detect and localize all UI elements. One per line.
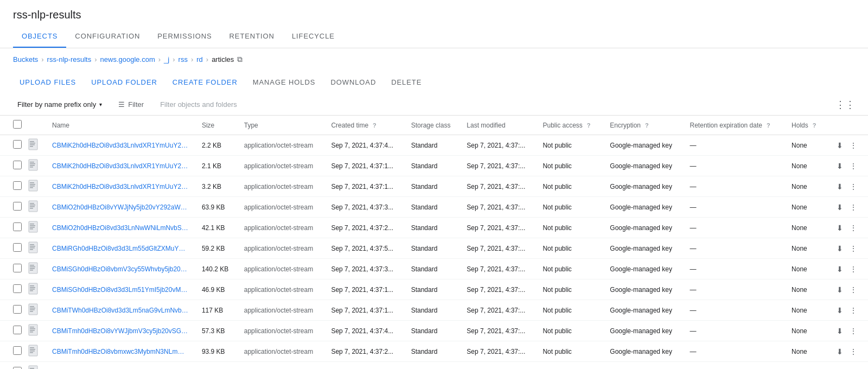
download-row-button[interactable]: ⬇ — [834, 140, 845, 151]
download-row-button[interactable]: ⬇ — [834, 305, 845, 316]
file-name[interactable]: CBMiK2h0dHBzOi8vd3d3LnlvdXR1YmUuY29tL3dh… — [46, 176, 195, 197]
row-checkbox-cell[interactable] — [0, 218, 26, 238]
file-name[interactable]: CBMiTWh0dHBzOi8vd3d3Lm5naG9vLmNvbS9lbnRl… — [46, 300, 195, 321]
more-actions-button[interactable]: ⋮ — [847, 326, 859, 336]
more-actions-button[interactable]: ⋮ — [847, 284, 859, 295]
more-actions-button[interactable]: ⋮ — [847, 346, 859, 357]
row-checkbox[interactable] — [13, 222, 22, 231]
row-checkbox-cell[interactable] — [0, 362, 26, 370]
table-row: CBMiTmh0dHBzOi8vYWJjbmV3cy5jb20vSGhbmJ0L… — [0, 321, 868, 341]
row-checkbox[interactable] — [13, 202, 22, 211]
row-checkbox[interactable] — [13, 305, 22, 314]
file-name[interactable]: CBMiK2h0dHBzOi8vd3d3LnlvdXR1YmUuY29tL3dh… — [46, 156, 195, 176]
download-row-button[interactable]: ⬇ — [834, 367, 845, 370]
file-name[interactable]: CBMiO2h0dHBzOi8vd3d3LnNwWNiLmNvbS9uZXdzL… — [46, 218, 195, 238]
row-checkbox-cell[interactable] — [0, 176, 26, 197]
select-all-header[interactable] — [0, 116, 26, 135]
file-name[interactable]: CBMiTmh0dHBzOi8vbmxwc3MybmN3NLmNvbS9NREl… — [46, 341, 195, 362]
more-actions-button[interactable]: ⋮ — [847, 222, 859, 233]
file-name[interactable]: CBMiU2h0dHBzOi8vd3d3Lm51YmI5jb20vMjAyMS8… — [46, 362, 195, 370]
more-actions-button[interactable]: ⋮ — [847, 161, 859, 171]
public-access-help-icon[interactable]: ? — [584, 121, 593, 130]
breadcrumb-rd[interactable]: rd — [196, 55, 203, 63]
download-row-button[interactable]: ⬇ — [834, 284, 845, 295]
breadcrumb-news-google[interactable]: news.google.com — [100, 55, 155, 63]
file-type-icon-cell — [26, 279, 46, 300]
row-checkbox-cell[interactable] — [0, 197, 26, 218]
row-checkbox-cell[interactable] — [0, 321, 26, 341]
more-actions-button[interactable]: ⋮ — [847, 202, 859, 213]
tab-lifecycle[interactable]: LIFECYCLE — [283, 26, 343, 48]
row-checkbox[interactable] — [13, 161, 22, 169]
encryption-value: Google-managed key — [603, 176, 683, 197]
breadcrumb-rss[interactable]: rss — [178, 55, 188, 63]
download-row-button[interactable]: ⬇ — [834, 181, 845, 192]
file-name[interactable]: CBMiK2h0dHBzOi8vd3d3LnlvdXR1YmUuY29tL3dh… — [46, 135, 195, 156]
svg-rect-24 — [30, 228, 33, 230]
file-name[interactable]: CBMiTmh0dHBzOi8vYWJjbmV3cy5jb20vSGhbmJ0L… — [46, 321, 195, 341]
row-checkbox-cell[interactable] — [0, 300, 26, 321]
encryption-value: Google-managed key — [603, 218, 683, 238]
download-row-button[interactable]: ⬇ — [834, 264, 845, 275]
holds-help-icon[interactable]: ? — [810, 121, 819, 130]
svg-rect-16 — [30, 203, 34, 204]
row-checkbox-cell[interactable] — [0, 238, 26, 259]
manage-holds-button[interactable]: MANAGE HOLDS — [246, 75, 322, 90]
file-name[interactable]: CBMiRGh0dHBzOi8vd3d3Lm55dGltZXMuY29tLzIw… — [46, 238, 195, 259]
download-row-button[interactable]: ⬇ — [834, 161, 845, 171]
breadcrumb-buckets[interactable]: Buckets — [13, 55, 38, 63]
tab-objects[interactable]: OBJECTS — [13, 26, 66, 48]
download-button[interactable]: DOWNLOAD — [324, 75, 382, 90]
row-checkbox-cell[interactable] — [0, 341, 26, 362]
filter-dropdown[interactable]: Filter by name prefix only ▾ — [13, 98, 106, 111]
tab-permissions[interactable]: PERMISSIONS — [149, 26, 220, 48]
download-row-button[interactable]: ⬇ — [834, 202, 845, 213]
select-all-checkbox[interactable] — [13, 120, 22, 129]
filter-button[interactable]: ☰ Filter — [113, 98, 149, 111]
copy-path-icon[interactable]: ⧉ — [237, 55, 242, 64]
row-checkbox-cell[interactable] — [0, 279, 26, 300]
filter-input[interactable] — [156, 98, 829, 111]
upload-folder-button[interactable]: UPLOAD FOLDER — [85, 75, 164, 90]
file-name[interactable]: CBMiSGh0dHBzOi8vd3d3Lm51YmI5jb20vMjAyMS8… — [46, 279, 195, 300]
row-checkbox-cell[interactable] — [0, 135, 26, 156]
file-name[interactable]: CBMiSGh0dHBzOi8vbmV3cy55Whvby5jb20vZGVzY… — [46, 259, 195, 279]
chevron-down-icon: ▾ — [99, 101, 102, 107]
more-actions-button[interactable]: ⋮ — [847, 243, 859, 254]
more-actions-button[interactable]: ⋮ — [847, 140, 859, 151]
download-row-button[interactable]: ⬇ — [834, 326, 845, 336]
encryption-help-icon[interactable]: ? — [642, 121, 651, 130]
upload-files-button[interactable]: UPLOAD FILES — [13, 75, 82, 90]
row-checkbox[interactable] — [13, 140, 22, 149]
tab-configuration[interactable]: CONFIGURATION — [66, 26, 149, 48]
row-checkbox[interactable] — [13, 284, 22, 293]
row-checkbox[interactable] — [13, 243, 22, 252]
row-checkbox-cell[interactable] — [0, 259, 26, 279]
density-toggle-icon[interactable]: ⋮⋮ — [835, 99, 855, 111]
row-checkbox-cell[interactable] — [0, 156, 26, 176]
breadcrumb-rss-nlp-results[interactable]: rss-nlp-results — [47, 55, 92, 63]
breadcrumb-j[interactable]: _j — [164, 55, 169, 63]
tab-retention[interactable]: RETENTION — [221, 26, 283, 48]
retention-date: — — [684, 176, 786, 197]
svg-rect-8 — [30, 165, 35, 166]
more-actions-button[interactable]: ⋮ — [847, 264, 859, 275]
row-checkbox[interactable] — [13, 367, 22, 369]
row-checkbox[interactable] — [13, 326, 22, 334]
row-checkbox[interactable] — [13, 181, 22, 190]
file-name[interactable]: CBMiO2h0dHBzOi8vYWJjNy5jb20vY292aWQtmFya… — [46, 197, 195, 218]
row-checkbox[interactable] — [13, 346, 22, 355]
more-actions-button[interactable]: ⋮ — [847, 305, 859, 316]
file-icon — [28, 345, 38, 357]
created-help-icon[interactable]: ? — [370, 121, 379, 130]
create-folder-button[interactable]: CREATE FOLDER — [166, 75, 244, 90]
download-row-button[interactable]: ⬇ — [834, 222, 845, 233]
row-checkbox[interactable] — [13, 264, 22, 272]
download-row-button[interactable]: ⬇ — [834, 346, 845, 357]
more-actions-button[interactable]: ⋮ — [847, 367, 859, 370]
download-row-button[interactable]: ⬇ — [834, 243, 845, 254]
retention-help-icon[interactable]: ? — [764, 121, 773, 130]
delete-button[interactable]: DELETE — [385, 75, 428, 90]
last-modified: Sep 7, 2021, 4:37:... — [460, 259, 536, 279]
more-actions-button[interactable]: ⋮ — [847, 181, 859, 192]
